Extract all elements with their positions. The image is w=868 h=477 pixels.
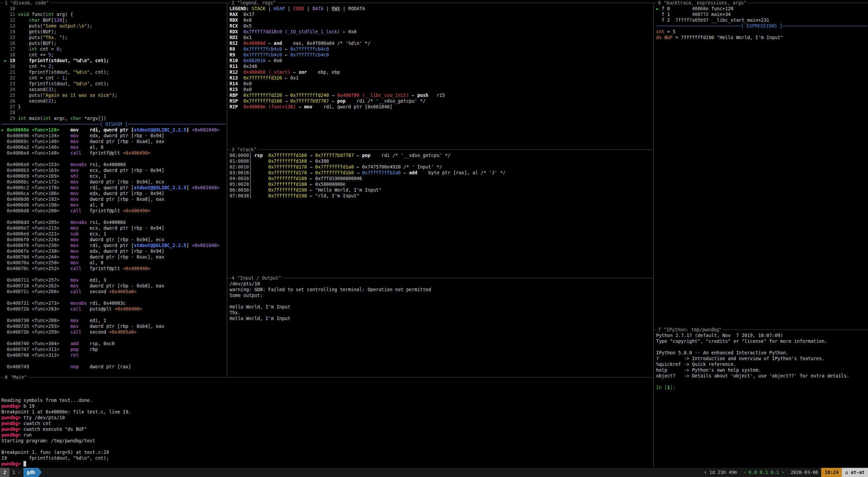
- terminal-line: R14 0x0: [230, 81, 653, 87]
- terminal-line: RDI 0x1: [230, 35, 653, 40]
- terminal-line: [1, 312, 226, 318]
- text-run: RAX: [230, 12, 243, 17]
- text-run: call: [70, 208, 90, 213]
- text-run: movabs: [70, 300, 90, 306]
- text-run: second: [90, 329, 109, 335]
- text-run: 7ffff7a05b97: [670, 17, 709, 23]
- text-run: 0x40068e <func+126>: [7, 127, 59, 132]
- pane-input-output[interactable]: /dev/pts/10warning: GDB: Failed to set c…: [227, 275, 653, 374]
- pane-border-vertical-left[interactable]: [227, 3, 227, 377]
- text-run: mov: [70, 191, 90, 196]
- text-run: mov: [70, 243, 90, 248]
- text-run: 0x17: [243, 12, 255, 17]
- text-run: "Hello World, I'm Input": [315, 187, 381, 193]
- terminal-line: 0x4006d0 <func+192> mov dword ptr [rbp -…: [1, 196, 226, 202]
- text-run: ←: [307, 176, 315, 181]
- terminal-line: [1, 156, 226, 162]
- text-run: [59, 139, 71, 144]
- terminal-line: 0x400730 <func+288> mov edi, 2: [1, 318, 226, 323]
- text-run: 0x1: [243, 35, 252, 40]
- text-run: Some output:: [230, 293, 263, 298]
- text-run: al, 0: [90, 260, 104, 265]
- terminal-line: 0x4006d6 <func+198> mov al, 0: [1, 202, 226, 208]
- terminal-line: pwndbg> tty /dev/pts/10: [1, 415, 653, 421]
- pane-border-vertical-right[interactable]: [653, 3, 654, 468]
- text-run: add: [70, 341, 90, 346]
- text-run: ←: [329, 98, 337, 104]
- text-run: 0x40070a <func+250>: [1, 260, 59, 265]
- text-run: [59, 329, 71, 335]
- text-run: ←: [296, 104, 304, 109]
- pane-title-legend-regs: 2 "legend, regs": [230, 0, 277, 6]
- text-run: 11: [1, 12, 18, 17]
- text-run: 0x4006b9 <func+169>: [1, 173, 59, 179]
- text-run: ];: [62, 17, 68, 23]
- text-run: ecx, 1: [90, 231, 106, 236]
- terminal-line: 00:0000│ rsp 0x7fffffffd160 → 0x7ffff7b9…: [230, 153, 653, 158]
- text-run: rbp: [90, 347, 98, 352]
- pane-disasm-code[interactable]: 10 11 void func(int arg) { 12 char BUF[1…: [0, 0, 227, 374]
- terminal-line: 01:0008│ 0x7fffffffd168 ← 0x380: [230, 158, 653, 164]
- pane-legend-regs[interactable]: LEGEND: STACK | HEAP | CODE | DATA | RWX…: [227, 0, 653, 147]
- text-run: mov: [70, 139, 90, 144]
- text-run: pwndbg>: [1, 432, 23, 438]
- terminal-line: f 2 7ffff7a05b97 __libc_start_main+231: [656, 17, 867, 23]
- text-run: 23: [1, 81, 29, 86]
- tmux-status-bar: 2 1 gdb 1d 23h 49m 0.0 0.1 0.1 2020-03-0…: [0, 468, 868, 477]
- text-run: movabs: [70, 219, 90, 225]
- status-hostname: at-at: [842, 468, 868, 477]
- terminal-line: RBX 0x0: [230, 17, 653, 23]
- text-run: ►: [656, 6, 662, 11]
- section-separator-label: [ DISASM ]: [100, 121, 127, 127]
- tmux-window-index[interactable]: 1: [10, 468, 23, 477]
- text-run: "Thx. ": [43, 35, 62, 40]
- tmux-session-badge[interactable]: 2: [0, 468, 10, 477]
- text-run: 0x400711 <func+257>: [1, 277, 59, 283]
- terminal-line: [1, 214, 226, 219]
- text-run: ►: [1, 58, 10, 63]
- text-run: 0x40073b <func+299>: [1, 329, 59, 335]
- pane-stack[interactable]: 00:0000│ rsp 0x7fffffffd160 → 0x7ffff7b9…: [227, 147, 653, 275]
- pane-border-stack[interactable]: [227, 149, 653, 150]
- text-run: 0xfffd19000000006: [315, 176, 362, 181]
- text-run: [263, 153, 268, 158]
- terminal-line: 0x40072b <func+283> call puts@plt <0x400…: [1, 306, 226, 312]
- text-run: Breakpoint 1, func (arg=5) at test.c:19: [1, 449, 109, 455]
- tmux-window-name-gdb[interactable]: gdb: [23, 468, 38, 477]
- terminal-line: 02:0010│ 0x7fffffffd170 → 0x7fffffffd1a0…: [230, 164, 653, 170]
- text-run: 0x4006c2 <func+178>: [1, 185, 59, 190]
- text-run: RCX: [230, 23, 243, 29]
- text-run: 0x40069c <func+140>: [1, 139, 59, 144]
- text-run: ? -> Introduction and overview of IPytho…: [656, 356, 825, 361]
- text-run: RSP: [230, 98, 243, 104]
- terminal-line: ? -> Introduction and overview of IPytho…: [656, 356, 867, 361]
- pane-main-gdb-console[interactable]: Reading symbols from test...done.pwndbg>…: [0, 374, 653, 468]
- text-run: fprintf@plt: [90, 150, 123, 156]
- text-run: 0x7ffff7b97787: [315, 153, 354, 158]
- text-run: 0x7fffffffd180: [268, 176, 307, 181]
- gdb-console-content: Reading symbols from test...done.pwndbg>…: [1, 380, 653, 468]
- terminal-line: 28: [1, 110, 226, 116]
- text-run: 0x400735 <func+293>: [1, 323, 59, 329]
- text-run: __libc_start_main+231: [708, 17, 769, 23]
- text-run: ←: [354, 153, 362, 158]
- text-run: call: [70, 329, 90, 335]
- text-run: <0x4005a0>: [109, 329, 137, 335]
- text-run: 28: [1, 110, 15, 115]
- text-run: 0x246: [243, 64, 257, 69]
- pane-border-main[interactable]: [0, 377, 653, 377]
- text-run: call: [70, 266, 90, 271]
- pane-backtrace-expressions[interactable]: ► f 0 40068e func+126 f 1 400772 main+34…: [653, 0, 868, 327]
- terminal-line: ► f 0 40068e func+126: [656, 6, 867, 12]
- text-run: );: [51, 98, 56, 104]
- text-run: f 2: [656, 17, 670, 23]
- pane-ipython[interactable]: Python 2.7.17 (default, Nov 7 2019, 10:0…: [653, 327, 868, 468]
- text-run: |: [323, 6, 331, 11]
- text-run: →: [329, 92, 337, 98]
- text-run: ←: [340, 29, 348, 34]
- text-run: /* '__vdso_getcpu' */: [390, 153, 451, 158]
- text-run: RIP: [230, 104, 243, 109]
- terminal-line: 0x40070a <func+250> mov al, 0: [1, 260, 226, 266]
- text-run: 0x4004b0 (_start): [243, 69, 290, 75]
- pane-border-io[interactable]: [227, 278, 653, 278]
